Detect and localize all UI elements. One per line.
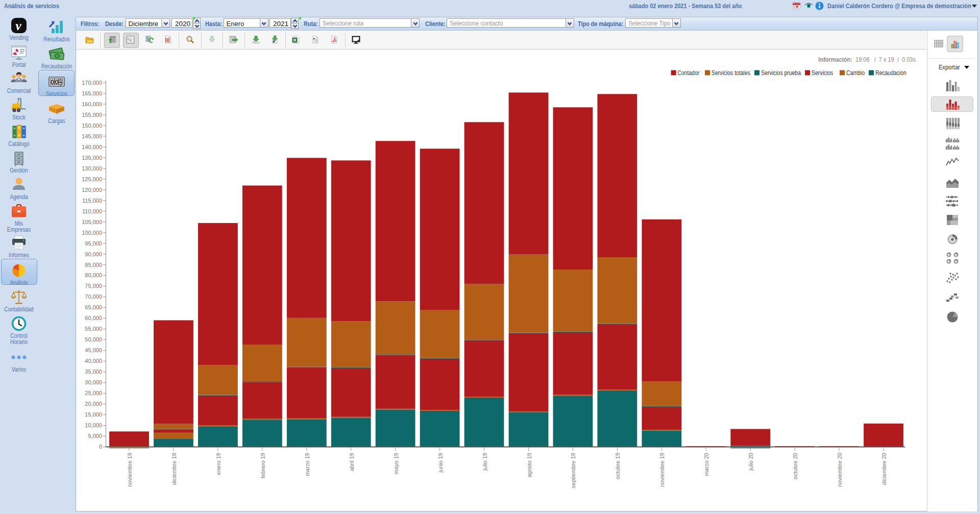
svg-text:marzo 19: marzo 19 xyxy=(304,453,310,476)
svg-text:20,000: 20,000 xyxy=(85,401,102,407)
svg-text:165,000: 165,000 xyxy=(82,90,102,96)
svg-text:Servicios totales: Servicios totales xyxy=(712,69,750,76)
svg-text:noviembre 20: noviembre 20 xyxy=(837,453,843,487)
svg-text:mayo 19: mayo 19 xyxy=(393,453,399,474)
svg-text:135,000: 135,000 xyxy=(82,155,102,161)
svg-text:0: 0 xyxy=(99,444,102,450)
svg-text:5,000: 5,000 xyxy=(88,433,102,439)
svg-text:70,000: 70,000 xyxy=(85,293,102,300)
svg-text:febrero 19: febrero 19 xyxy=(260,453,266,478)
svg-text:25,000: 25,000 xyxy=(85,390,102,396)
svg-text:60,000: 60,000 xyxy=(85,315,102,321)
svg-text:julio 20: julio 20 xyxy=(748,453,754,471)
svg-text:marzo 20: marzo 20 xyxy=(703,453,709,476)
svg-text:65,000: 65,000 xyxy=(85,304,102,310)
svg-text:Contador: Contador xyxy=(677,69,699,76)
svg-text:50,000: 50,000 xyxy=(85,336,102,342)
svg-text:Cambio: Cambio xyxy=(846,69,865,76)
svg-text:Servicios: Servicios xyxy=(812,69,834,76)
svg-text:octubre 20: octubre 20 xyxy=(792,453,798,479)
svg-text:80,000: 80,000 xyxy=(85,272,102,278)
svg-text:35,000: 35,000 xyxy=(85,369,102,375)
svg-text:Servicios prueba: Servicios prueba xyxy=(761,69,801,76)
svg-text:125,000: 125,000 xyxy=(82,176,102,182)
svg-text:145,000: 145,000 xyxy=(82,133,102,139)
svg-text:noviembre 18: noviembre 18 xyxy=(127,453,133,487)
svg-text:105,000: 105,000 xyxy=(82,219,102,225)
svg-text:115,000: 115,000 xyxy=(82,198,102,204)
svg-text:Información: 19:06 / 7 x 1: Información: 19:06 / 7 x 19 / 0.03s xyxy=(818,56,916,63)
svg-text:septiembre 19: septiembre 19 xyxy=(570,453,576,488)
svg-text:140,000: 140,000 xyxy=(82,144,102,150)
svg-text:junio 19: junio 19 xyxy=(437,453,444,473)
svg-text:30,000: 30,000 xyxy=(85,379,102,385)
svg-text:95,000: 95,000 xyxy=(85,240,102,247)
svg-text:160,000: 160,000 xyxy=(82,101,102,107)
svg-text:15,000: 15,000 xyxy=(85,411,102,418)
svg-text:40,000: 40,000 xyxy=(85,358,102,364)
svg-text:75,000: 75,000 xyxy=(85,283,102,289)
svg-text:110,000: 110,000 xyxy=(82,208,102,214)
svg-text:130,000: 130,000 xyxy=(82,165,102,172)
svg-text:Recaudacion: Recaudacion xyxy=(875,69,906,76)
svg-text:155,000: 155,000 xyxy=(82,112,102,118)
svg-text:abril 19: abril 19 xyxy=(349,453,355,471)
svg-text:agosto 19: agosto 19 xyxy=(526,453,532,477)
svg-text:julio 19: julio 19 xyxy=(482,453,488,471)
svg-text:120,000: 120,000 xyxy=(82,187,102,193)
svg-text:90,000: 90,000 xyxy=(85,251,102,257)
svg-text:octubre 19: octubre 19 xyxy=(615,453,621,479)
svg-text:noviembre 19: noviembre 19 xyxy=(659,453,665,487)
svg-text:45,000: 45,000 xyxy=(85,347,102,353)
svg-text:v: v xyxy=(15,19,21,33)
svg-text:85,000: 85,000 xyxy=(85,262,102,268)
svg-text:55,000: 55,000 xyxy=(85,326,102,332)
svg-text:170,000: 170,000 xyxy=(82,80,102,86)
svg-text:0: 0 xyxy=(55,79,58,86)
svg-text:150,000: 150,000 xyxy=(82,123,102,129)
svg-text:diciembre 20: diciembre 20 xyxy=(881,453,887,485)
svg-text:0: 0 xyxy=(51,79,54,86)
svg-text:diciembre 18: diciembre 18 xyxy=(171,453,177,485)
svg-text:100,000: 100,000 xyxy=(82,230,102,236)
svg-text:enero 19: enero 19 xyxy=(215,453,222,475)
svg-text:10,000: 10,000 xyxy=(85,422,102,428)
